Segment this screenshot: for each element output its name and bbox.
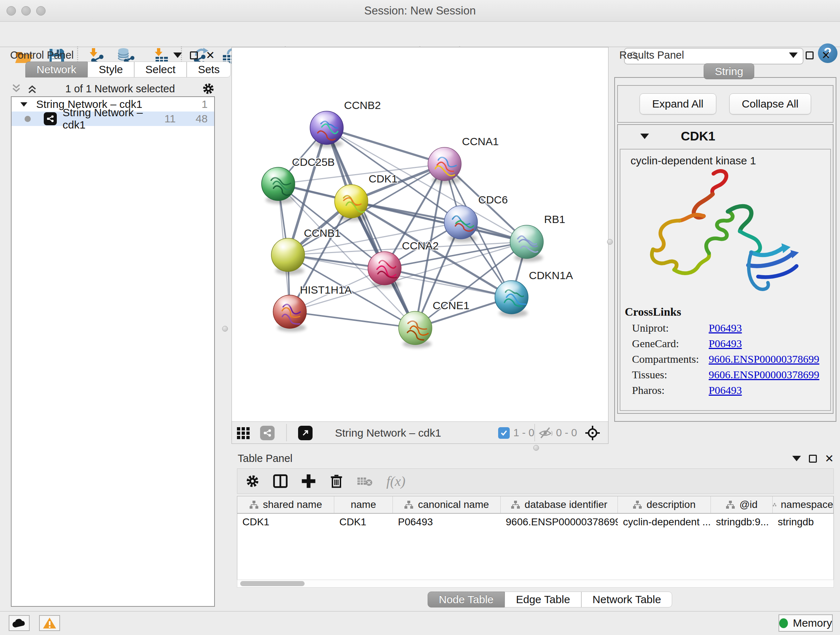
collapse-all-button[interactable]: Collapse All xyxy=(729,93,812,114)
column-type-network-icon xyxy=(511,500,520,509)
cloud-icon xyxy=(12,618,27,628)
network-edge[interactable] xyxy=(290,312,415,328)
delete-column-icon[interactable] xyxy=(329,473,344,489)
tab-node-table[interactable]: Node Table xyxy=(428,592,505,608)
scrollbar-thumb[interactable] xyxy=(240,581,305,586)
column-header-canonical-name[interactable]: canonical name xyxy=(393,496,501,513)
table-row[interactable]: CDK1CDK1P064939606.ENSP00000378699cyclin… xyxy=(237,514,834,530)
panel-menu-icon[interactable] xyxy=(173,52,182,58)
column-header-label: name xyxy=(351,499,376,510)
crosslink-link[interactable]: P06493 xyxy=(709,337,742,350)
close-panel-icon[interactable]: ✕ xyxy=(821,51,831,59)
column-header-name[interactable]: name xyxy=(334,496,393,513)
network-node-CCNA1[interactable]: CCNA1 xyxy=(428,135,499,184)
collapse-all-networks-icon[interactable] xyxy=(10,82,22,95)
tab-style[interactable]: Style xyxy=(88,62,134,78)
network-node-CCNB1[interactable]: CCNB1 xyxy=(271,227,341,275)
window-titlebar: Session: New Session xyxy=(0,0,840,22)
table-horizontal-scrollbar[interactable] xyxy=(237,580,834,587)
table-cell[interactable]: 9606.ENSP00000378699 xyxy=(501,514,618,530)
network-row-label: String Network – cdk1 xyxy=(63,106,164,131)
tab-network-table[interactable]: Network Table xyxy=(581,592,673,608)
show-columns-icon[interactable] xyxy=(273,473,288,489)
network-options-gear-icon[interactable] xyxy=(202,82,215,95)
crosslink-row: GeneCard:P06493 xyxy=(632,337,830,350)
network-view-toolbar: String Network – cdk1 1 - 0 0 - 0 xyxy=(232,421,608,443)
edge-count: 48 xyxy=(196,112,208,125)
protein-structure-image xyxy=(635,167,805,302)
warnings-button[interactable] xyxy=(39,615,60,631)
node-label: CDC6 xyxy=(478,194,508,206)
control-panel: Control Panel ✕ Network Style Select Set… xyxy=(4,47,221,610)
cloud-status-button[interactable] xyxy=(9,615,30,631)
network-edge[interactable] xyxy=(385,268,512,297)
network-row-selected[interactable]: String Network – cdk1 11 48 xyxy=(11,111,214,126)
crosslink-label: Uniprot: xyxy=(632,322,709,334)
network-list: String Network – cdk1 1 String Network –… xyxy=(11,96,215,607)
add-column-icon[interactable] xyxy=(301,473,316,489)
table-cell[interactable]: stringdb xyxy=(773,514,834,530)
table-options-gear-icon[interactable] xyxy=(245,474,260,488)
expand-all-networks-icon[interactable] xyxy=(26,82,38,95)
close-panel-icon[interactable]: ✕ xyxy=(825,455,834,463)
collapse-entry-icon[interactable] xyxy=(640,134,649,139)
network-node-CCNE1[interactable]: CCNE1 xyxy=(399,299,470,348)
tab-edge-table[interactable]: Edge Table xyxy=(505,592,581,608)
selected-checkbox-icon[interactable] xyxy=(498,427,510,439)
column-header--id[interactable]: @id xyxy=(711,496,773,513)
tab-sets[interactable]: Sets xyxy=(187,62,231,78)
node-label: CDKN1A xyxy=(529,269,573,281)
crosslink-label: Tissues: xyxy=(632,369,709,381)
fit-selected-crosshair-icon[interactable] xyxy=(584,425,600,441)
network-view-panel: CCNB2CCNA1CDC25BCDK1CDC6RB1CCNB1CCNA2CDK… xyxy=(232,47,608,444)
close-panel-icon[interactable]: ✕ xyxy=(206,51,215,59)
tab-select[interactable]: Select xyxy=(134,62,187,78)
column-header-database-identifier[interactable]: database identifier xyxy=(501,496,618,513)
panel-menu-icon[interactable] xyxy=(789,52,798,58)
table-cell[interactable]: cyclin-dependent ... xyxy=(618,514,711,530)
control-panel-title: Control Panel xyxy=(10,49,74,61)
tab-network[interactable]: Network xyxy=(25,62,88,78)
float-panel-icon[interactable] xyxy=(190,51,198,59)
hidden-eye-slash-icon[interactable] xyxy=(538,427,553,439)
network-edge[interactable] xyxy=(327,128,445,164)
collapse-collection-icon[interactable] xyxy=(20,102,27,106)
crosslink-link[interactable]: 9606.ENSP00000378699 xyxy=(709,353,819,365)
bottom-splitter-grip[interactable] xyxy=(533,445,539,451)
crosslink-link[interactable]: 9606.ENSP00000378699 xyxy=(709,369,819,381)
column-header-description[interactable]: description xyxy=(618,496,711,513)
table-cell[interactable]: CDK1 xyxy=(334,514,393,530)
left-splitter-grip[interactable] xyxy=(222,326,228,332)
table-cell[interactable]: stringdb:9... xyxy=(711,514,773,530)
network-node-CDKN1A[interactable]: CDKN1A xyxy=(495,269,573,317)
node-result-header[interactable]: CDK1 xyxy=(618,125,833,147)
node-table: shared namenamecanonical namedatabase id… xyxy=(237,496,834,582)
network-node-RB1[interactable]: RB1 xyxy=(510,213,565,262)
network-canvas[interactable]: CCNB2CCNA1CDC25BCDK1CDC6RB1CCNB1CCNA2CDK… xyxy=(232,48,608,421)
crosslink-label: GeneCard: xyxy=(632,337,709,350)
grid-view-icon[interactable] xyxy=(236,426,252,440)
crosslink-link[interactable]: P06493 xyxy=(709,384,742,396)
column-header-namespace[interactable]: namespace xyxy=(773,496,834,513)
table-panel-tabs: Node Table Edge Table Network Table xyxy=(428,592,672,608)
expand-all-button[interactable]: Expand All xyxy=(639,93,716,114)
panel-menu-icon[interactable] xyxy=(792,456,801,461)
column-type-network-icon xyxy=(404,500,414,509)
birds-eye-view-icon[interactable] xyxy=(298,426,313,440)
network-node-CDC25B[interactable]: CDC25B xyxy=(262,156,335,204)
control-panel-tabs: Network Style Select Sets xyxy=(25,62,231,78)
float-panel-icon[interactable] xyxy=(806,51,813,59)
column-type-network-icon xyxy=(773,500,776,509)
node-label: CCNA1 xyxy=(462,135,499,147)
node-label: CCNE1 xyxy=(433,299,470,311)
crosslink-label: Pharos: xyxy=(632,384,709,396)
function-builder-icon: f(x) xyxy=(386,473,406,489)
table-cell[interactable]: CDK1 xyxy=(237,514,334,530)
float-panel-icon[interactable] xyxy=(809,455,817,463)
table-cell[interactable]: P06493 xyxy=(393,514,501,530)
memory-button[interactable]: Memory xyxy=(778,614,833,632)
network-node-HIST1H1A[interactable]: HIST1H1A xyxy=(273,284,352,332)
column-header-shared-name[interactable]: shared name xyxy=(237,496,334,513)
crosslink-link[interactable]: P06493 xyxy=(709,322,742,334)
tab-string[interactable]: String xyxy=(704,63,754,79)
